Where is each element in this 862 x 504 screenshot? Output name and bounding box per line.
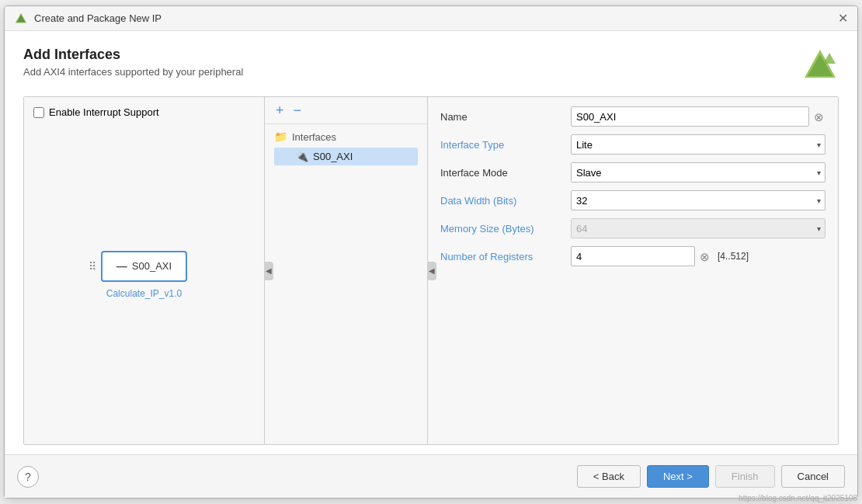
field-name-label: Name xyxy=(440,111,565,123)
field-memory-size-row: Memory Size (Bytes) 64 ▾ xyxy=(440,218,826,238)
field-data-width-row: Data Width (Bits) 32 64 128 ▾ xyxy=(440,190,826,210)
help-button[interactable]: ? xyxy=(17,466,39,488)
page-title: Add Interfaces xyxy=(23,47,243,63)
vivado-icon xyxy=(14,12,28,26)
main-window: Create and Package New IP ✕ Add Interfac… xyxy=(4,5,858,499)
interface-type-select-wrap: Lite Full Stream ▾ xyxy=(571,134,826,155)
name-input[interactable] xyxy=(571,106,809,127)
interfaces-tree: 📁 Interfaces 🔌 S00_AXI xyxy=(265,124,427,172)
minus-icon: — xyxy=(116,260,127,273)
content-area: Add Interfaces Add AXI4 interfaces suppo… xyxy=(5,31,857,454)
interface-type-select[interactable]: Lite Full Stream xyxy=(571,134,826,155)
remove-interface-button[interactable]: − xyxy=(292,103,304,117)
window-title: Create and Package New IP xyxy=(34,12,162,24)
field-num-registers-label: Number of Registers xyxy=(440,251,565,262)
data-width-select-wrap: 32 64 128 ▾ xyxy=(571,190,826,210)
header-section: Add Interfaces Add AXI4 interfaces suppo… xyxy=(23,47,839,84)
num-registers-clear-button[interactable]: ⊗ xyxy=(698,251,711,262)
footer-right: < Back Next > Finish Cancel xyxy=(577,465,845,488)
ip-block-container: ⠿ — S00_AXI Calculate_IP_v1.0 xyxy=(33,134,255,415)
title-bar: Create and Package New IP ✕ xyxy=(5,6,857,31)
enable-interrupt-label: Enable Interrupt Support xyxy=(49,106,159,118)
title-bar-left: Create and Package New IP xyxy=(14,12,162,26)
watermark: https://blog.csdn.net/qq_it2025108 xyxy=(739,494,857,502)
field-data-width-control: 32 64 128 ▾ xyxy=(571,190,826,210)
interface-mode-select-wrap: Slave Master ▾ xyxy=(571,162,826,182)
drag-dots-icon: ⠿ xyxy=(89,260,96,273)
header-text: Add Interfaces Add AXI4 interfaces suppo… xyxy=(23,47,243,78)
num-registers-input[interactable] xyxy=(571,246,695,266)
memory-size-select: 64 xyxy=(571,218,826,238)
field-num-registers-row: Number of Registers ⊗ [4..512] xyxy=(440,246,826,266)
data-width-select[interactable]: 32 64 128 xyxy=(571,190,826,210)
num-registers-range-hint: [4..512] xyxy=(718,251,749,262)
tree-root: 📁 Interfaces xyxy=(274,130,418,143)
field-interface-type-row: Interface Type Lite Full Stream ▾ xyxy=(440,134,826,155)
enable-interrupt-row: Enable Interrupt Support xyxy=(33,106,255,118)
field-memory-size-control: 64 ▾ xyxy=(571,218,826,238)
collapse-left-button[interactable]: ◀ xyxy=(264,262,273,280)
left-panel: Enable Interrupt Support ⠿ — S00_AXI Cal… xyxy=(24,97,265,444)
main-panels: Enable Interrupt Support ⠿ — S00_AXI Cal… xyxy=(23,96,839,445)
footer-left: ? xyxy=(17,466,39,488)
middle-panel: + − 📁 Interfaces 🔌 S00_AXI ◀ xyxy=(265,97,428,444)
interface-mode-select[interactable]: Slave Master xyxy=(571,162,826,182)
form-table: Name ⊗ Interface Type Lite xyxy=(440,106,826,266)
field-data-width-label: Data Width (Bits) xyxy=(440,195,565,207)
field-interface-mode-control: Slave Master ▾ xyxy=(571,162,826,182)
ip-block-box: ⠿ — S00_AXI xyxy=(101,251,187,282)
enable-interrupt-checkbox[interactable] xyxy=(33,107,44,118)
next-button[interactable]: Next > xyxy=(647,465,709,488)
tree-root-label: Interfaces xyxy=(292,131,336,143)
name-clear-button[interactable]: ⊗ xyxy=(812,111,826,123)
add-interface-button[interactable]: + xyxy=(274,103,286,117)
finish-button: Finish xyxy=(715,465,775,488)
memory-size-select-wrap: 64 ▾ xyxy=(571,218,826,238)
field-memory-size-label: Memory Size (Bytes) xyxy=(440,223,565,235)
middle-toolbar: + − xyxy=(265,97,427,124)
folder-icon: 📁 xyxy=(274,130,287,143)
cancel-button[interactable]: Cancel xyxy=(781,465,845,488)
right-panel: Name ⊗ Interface Type Lite xyxy=(428,97,838,444)
interface-icon: 🔌 xyxy=(296,151,308,162)
ip-block: ⠿ — S00_AXI Calculate_IP_v1.0 xyxy=(101,251,187,299)
field-interface-type-control: Lite Full Stream ▾ xyxy=(571,134,826,155)
collapse-right-button[interactable]: ◀ xyxy=(427,262,436,280)
field-name-row: Name ⊗ xyxy=(440,106,826,127)
close-button[interactable]: ✕ xyxy=(838,12,848,25)
svg-marker-4 xyxy=(823,53,836,64)
field-interface-mode-row: Interface Mode Slave Master ▾ xyxy=(440,162,826,182)
field-num-registers-control: ⊗ [4..512] xyxy=(571,246,826,266)
footer: ? < Back Next > Finish Cancel xyxy=(5,454,857,498)
back-button[interactable]: < Back xyxy=(577,465,641,488)
ip-block-name: S00_AXI xyxy=(132,260,172,272)
ip-label: Calculate_IP_v1.0 xyxy=(106,288,182,299)
vivado-logo-icon xyxy=(801,47,839,84)
field-interface-type-label: Interface Type xyxy=(440,139,565,151)
tree-item-s00axi[interactable]: 🔌 S00_AXI xyxy=(274,148,418,165)
tree-item-label: S00_AXI xyxy=(313,151,353,162)
page-subtitle: Add AXI4 interfaces supported by your pe… xyxy=(23,66,243,78)
field-interface-mode-label: Interface Mode xyxy=(440,167,565,179)
field-name-control: ⊗ xyxy=(571,106,826,127)
